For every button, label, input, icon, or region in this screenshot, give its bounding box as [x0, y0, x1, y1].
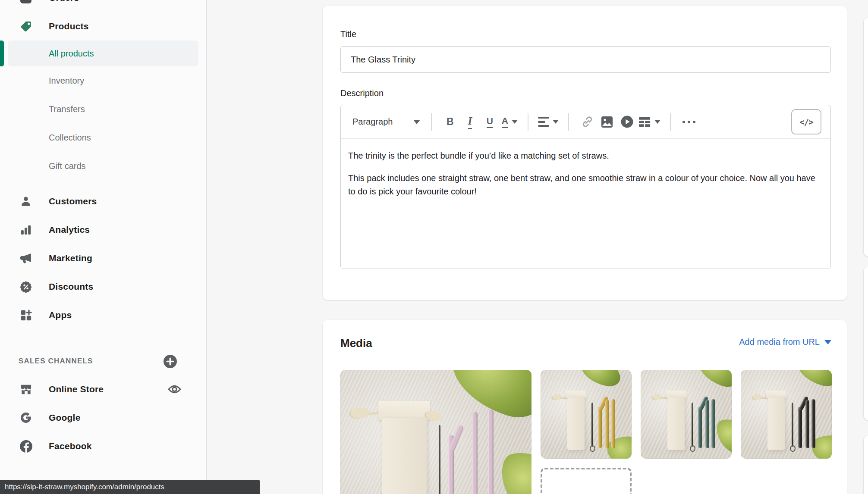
sidebar-item-label: Google — [49, 413, 81, 423]
leaf-decoration — [497, 444, 531, 494]
cleaning-brush — [792, 403, 793, 447]
sidebar-item-google[interactable]: Google — [0, 403, 206, 432]
link-icon — [581, 115, 594, 128]
code-view-button[interactable]: </> — [791, 109, 821, 134]
google-icon — [19, 410, 33, 425]
sidebar-item-all-products[interactable]: All products — [8, 41, 198, 66]
sidebar-item-label: Gift cards — [49, 161, 86, 171]
plus-circle-icon[interactable] — [163, 354, 177, 369]
text-color-icon: A — [502, 116, 508, 128]
link-button[interactable] — [579, 112, 596, 132]
chevron-down-icon — [824, 340, 831, 344]
insert-video-button[interactable] — [618, 112, 635, 132]
add-media-from-url-link[interactable]: Add media from URL — [739, 337, 831, 347]
link-preview-tooltip: https://sip-it-straw.myshopify.com/admin… — [0, 480, 260, 494]
product-details-card: Title Description Paragraph B I U A — [323, 6, 847, 300]
description-editor: Paragraph B I U A — [340, 105, 831, 269]
sales-channels-title: SALES CHANNELS — [19, 357, 163, 366]
orders-icon — [19, 0, 33, 5]
text-color-button[interactable]: A — [501, 112, 518, 132]
media-grid — [340, 370, 831, 494]
right-column-card-sliver — [864, 266, 868, 420]
add-media-dropzone[interactable] — [541, 468, 632, 494]
sidebar-item-customers[interactable]: Customers — [0, 187, 206, 216]
glass-straw — [698, 407, 702, 448]
media-image-yellow-set[interactable] — [541, 370, 632, 459]
storefront-icon — [19, 382, 33, 397]
sidebar-item-products[interactable]: Products — [0, 12, 206, 41]
bold-button[interactable]: B — [441, 112, 459, 132]
sidebar-item-facebook[interactable]: Facebook — [0, 432, 206, 460]
analytics-icon — [19, 222, 33, 237]
glass-straw — [811, 399, 815, 448]
glass-straw — [488, 410, 494, 494]
media-image-teal-set[interactable] — [641, 370, 732, 459]
italic-button[interactable]: I — [461, 112, 478, 132]
chevron-down-icon — [512, 120, 518, 124]
right-column-card-sliver — [864, 17, 868, 256]
sidebar-item-apps[interactable]: Apps — [0, 301, 206, 329]
text-alignment-icon — [538, 117, 549, 127]
sidebar-item-collections[interactable]: Collections — [0, 123, 206, 152]
sidebar-nav: Orders Products All products Inventory T… — [0, 0, 207, 494]
title-label: Title — [340, 28, 831, 40]
leaf-decoration — [440, 370, 531, 425]
insert-table-button[interactable] — [638, 112, 660, 132]
sidebar-item-label: Facebook — [49, 441, 92, 451]
italic-icon: I — [468, 115, 472, 129]
drawstring-knot — [351, 408, 369, 418]
media-heading: Media — [340, 336, 372, 350]
sidebar-item-label: Products — [49, 21, 89, 31]
sidebar-item-label: Analytics — [49, 225, 90, 235]
sidebar-item-marketing[interactable]: Marketing — [0, 244, 206, 272]
media-card: Media Add media from URL — [323, 320, 847, 494]
sidebar-item-label: Discounts — [49, 281, 93, 292]
sidebar-item-transfers[interactable]: Transfers — [0, 95, 206, 123]
alignment-button[interactable] — [538, 112, 559, 132]
insert-image-icon — [601, 116, 613, 128]
cleaning-brush — [692, 403, 693, 447]
cleaning-brush — [591, 403, 593, 447]
glass-straw — [598, 407, 602, 448]
megaphone-icon — [19, 251, 33, 266]
sidebar-item-label: Customers — [49, 196, 97, 206]
active-item-indicator — [0, 41, 4, 66]
insert-table-icon — [638, 116, 651, 128]
customers-icon — [19, 194, 33, 209]
toolbar-divider — [528, 113, 528, 131]
glass-straw — [472, 412, 478, 494]
leaf-decoration — [693, 370, 732, 390]
editor-toolbar: Paragraph B I U A — [341, 105, 830, 139]
sidebar-item-inventory[interactable]: Inventory — [0, 66, 206, 95]
sidebar-item-orders[interactable]: Orders — [0, 0, 206, 12]
pouch-cuff — [378, 401, 430, 420]
facebook-icon — [19, 439, 33, 453]
right-column-card-sliver — [864, 435, 868, 494]
sidebar-item-discounts[interactable]: Discounts — [0, 272, 206, 301]
drawstring-knot — [425, 409, 443, 423]
bold-icon: B — [447, 116, 454, 128]
sidebar-item-gift-cards[interactable]: Gift cards — [0, 152, 206, 180]
description-content[interactable]: The trinity is the perfect bundle if you… — [341, 139, 830, 209]
cloth-pouch — [382, 418, 427, 494]
cloth-pouch — [767, 397, 785, 450]
description-paragraph: The trinity is the perfect bundle if you… — [348, 149, 823, 163]
underline-button[interactable]: U — [481, 112, 498, 132]
leaf-decoration — [578, 370, 623, 388]
media-image-pink-set[interactable] — [340, 370, 531, 494]
shopify-admin-screen: Orders Products All products Inventory T… — [0, 0, 868, 494]
leaf-decoration — [714, 413, 732, 459]
leaf-decoration — [793, 370, 832, 389]
insert-image-button[interactable] — [598, 112, 616, 132]
eye-icon[interactable] — [167, 382, 182, 397]
title-input[interactable] — [340, 46, 831, 73]
more-options-button[interactable] — [680, 112, 698, 132]
insert-video-icon — [620, 115, 634, 128]
cleaning-brush — [439, 425, 440, 494]
sidebar-item-online-store[interactable]: Online Store — [0, 375, 206, 403]
format-dropdown[interactable]: Paragraph — [350, 117, 423, 127]
apps-icon — [19, 308, 33, 322]
media-image-black-set[interactable] — [741, 370, 832, 459]
sidebar-item-analytics[interactable]: Analytics — [0, 216, 206, 244]
glass-straw — [805, 400, 809, 448]
